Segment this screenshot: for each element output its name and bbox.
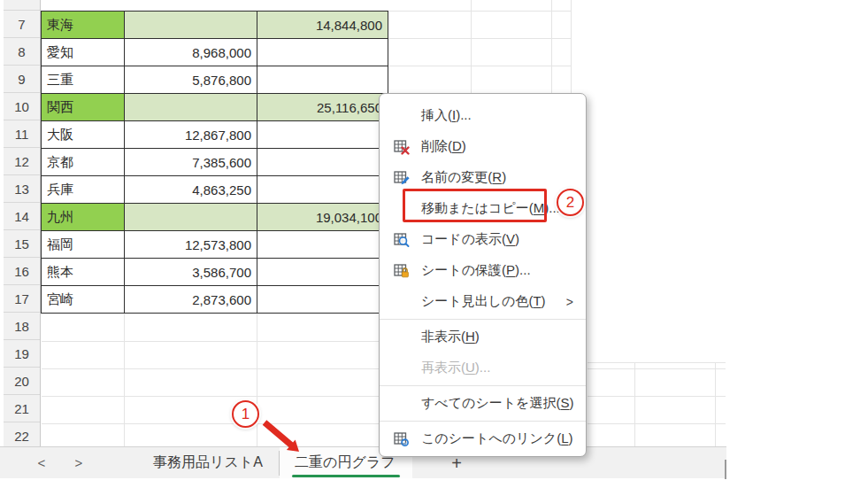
- cell[interactable]: 兵庫: [42, 176, 125, 204]
- menu-item[interactable]: 削除(D): [380, 131, 586, 162]
- gridline: [588, 368, 726, 369]
- cell[interactable]: 関西: [42, 94, 125, 121]
- cell[interactable]: 14,844,800: [257, 12, 388, 39]
- sheet-tab-office-supplies-list[interactable]: 事務用品リストA: [124, 447, 292, 478]
- menu-item[interactable]: コードの表示(V): [380, 224, 586, 255]
- cell[interactable]: [125, 204, 257, 231]
- cell[interactable]: 3,586,700: [125, 259, 257, 286]
- cell[interactable]: [257, 39, 388, 66]
- cell[interactable]: 京都: [42, 149, 125, 176]
- prev-sheet-arrow-icon[interactable]: <: [32, 447, 51, 478]
- menu-item[interactable]: シートの保護(P)...: [380, 255, 586, 286]
- link-sheet-icon: [394, 431, 410, 447]
- menu-item[interactable]: 再表示(U)...: [380, 352, 586, 383]
- gridline: [588, 423, 726, 424]
- gridline: [715, 362, 716, 446]
- row-header[interactable]: 11: [4, 120, 40, 148]
- cell[interactable]: 8,968,000: [125, 39, 257, 66]
- cell[interactable]: [257, 149, 388, 176]
- next-sheet-arrow-icon[interactable]: >: [69, 447, 88, 478]
- menu-item[interactable]: このシートへのリンク(L): [380, 423, 586, 454]
- cell[interactable]: 25,116,650: [257, 94, 388, 121]
- menu-item-label: シートの保護(P)...: [421, 262, 531, 279]
- row-header-column: 78910111213141516171819202122: [4, 0, 41, 446]
- row-header[interactable]: 16: [4, 258, 40, 285]
- row-header[interactable]: 21: [4, 395, 40, 422]
- row-header-partial: [4, 0, 40, 11]
- rename-sheet-icon: [394, 170, 410, 186]
- cell[interactable]: 12,573,800: [125, 231, 257, 259]
- gridline: [257, 314, 257, 446]
- cell[interactable]: 東海: [42, 12, 125, 39]
- sales-data-table: 東海14,844,800愛知8,968,000三重5,876,800関西25,1…: [41, 11, 388, 314]
- gridline: [42, 341, 379, 342]
- annotation-highlight-rect: [403, 189, 547, 222]
- cell[interactable]: [257, 121, 388, 149]
- excel-window: 78910111213141516171819202122 東海14,844,8…: [0, 0, 868, 488]
- menu-item[interactable]: すべてのシートを選択(S): [380, 388, 586, 419]
- sheet-tab-bar: < > 事務用品リストA 二重の円グラフ +: [0, 446, 726, 478]
- menu-icon-slot: [394, 329, 410, 345]
- row-header[interactable]: 12: [4, 148, 40, 175]
- menu-icon-slot: [394, 294, 410, 310]
- sheet-context-menu: 挿入(I)...削除(D)名前の変更(R)移動またはコピー(M)...コードの表…: [379, 93, 587, 457]
- row-header[interactable]: 22: [4, 422, 40, 446]
- cell[interactable]: 5,876,800: [125, 66, 257, 94]
- menu-icon-slot: [394, 108, 410, 124]
- cell[interactable]: 九州: [42, 204, 125, 231]
- row-header[interactable]: 18: [4, 313, 40, 340]
- cell[interactable]: [257, 66, 388, 94]
- gridline: [124, 314, 125, 446]
- delete-sheet-icon: [394, 139, 410, 155]
- gridline: [551, 0, 552, 93]
- row-header[interactable]: 20: [4, 368, 40, 395]
- cell[interactable]: 7,385,600: [125, 149, 257, 176]
- cell[interactable]: [257, 176, 388, 204]
- cell[interactable]: [125, 94, 257, 121]
- cell[interactable]: 福岡: [42, 231, 125, 259]
- row-header[interactable]: 7: [4, 11, 40, 38]
- cell[interactable]: [125, 12, 257, 39]
- tabbar-end-divider: [725, 460, 726, 479]
- menu-item-label: このシートへのリンク(L): [421, 430, 573, 447]
- cell[interactable]: 熊本: [42, 259, 125, 286]
- row-header[interactable]: 13: [4, 175, 40, 203]
- cell[interactable]: 19,034,100: [257, 204, 388, 231]
- menu-separator: [380, 421, 586, 422]
- cell[interactable]: [257, 231, 388, 259]
- row-header[interactable]: 17: [4, 285, 40, 313]
- row-header[interactable]: 14: [4, 203, 40, 230]
- cell[interactable]: [257, 286, 388, 314]
- menu-item-label: 再表示(U)...: [421, 360, 490, 376]
- menu-item[interactable]: 非表示(H): [380, 321, 586, 352]
- row-header[interactable]: 9: [4, 66, 40, 93]
- row-header[interactable]: 19: [4, 340, 40, 368]
- row-header[interactable]: 15: [4, 230, 40, 258]
- annotation-step-2-badge: 2: [557, 189, 584, 216]
- menu-separator: [380, 319, 586, 320]
- cell[interactable]: 三重: [42, 66, 125, 94]
- menu-icon-slot: [394, 360, 410, 376]
- protect-sheet-icon: [394, 263, 410, 279]
- menu-item[interactable]: シート見出しの色(T)>: [380, 286, 586, 317]
- cell[interactable]: 4,863,250: [125, 176, 257, 204]
- cell[interactable]: 2,873,600: [125, 286, 257, 314]
- cell[interactable]: [257, 259, 388, 286]
- view-code-icon: [394, 232, 410, 248]
- menu-icon-slot: [394, 396, 410, 412]
- menu-separator: [380, 385, 586, 386]
- gridline: [388, 11, 571, 12]
- row-header[interactable]: 8: [4, 38, 40, 66]
- cell[interactable]: 大阪: [42, 121, 125, 149]
- active-tab-label: 二重の円グラフ: [295, 453, 396, 472]
- gridline: [471, 0, 472, 93]
- menu-item-label: コードの表示(V): [421, 231, 519, 248]
- cell[interactable]: 愛知: [42, 39, 125, 66]
- submenu-arrow-icon: >: [566, 295, 573, 309]
- cell[interactable]: 宮崎: [42, 286, 125, 314]
- cell[interactable]: 12,867,800: [125, 121, 257, 149]
- row-header[interactable]: 10: [4, 93, 40, 120]
- menu-item-label: 削除(D): [421, 138, 466, 155]
- menu-item[interactable]: 挿入(I)...: [380, 100, 586, 131]
- gridline: [388, 38, 571, 39]
